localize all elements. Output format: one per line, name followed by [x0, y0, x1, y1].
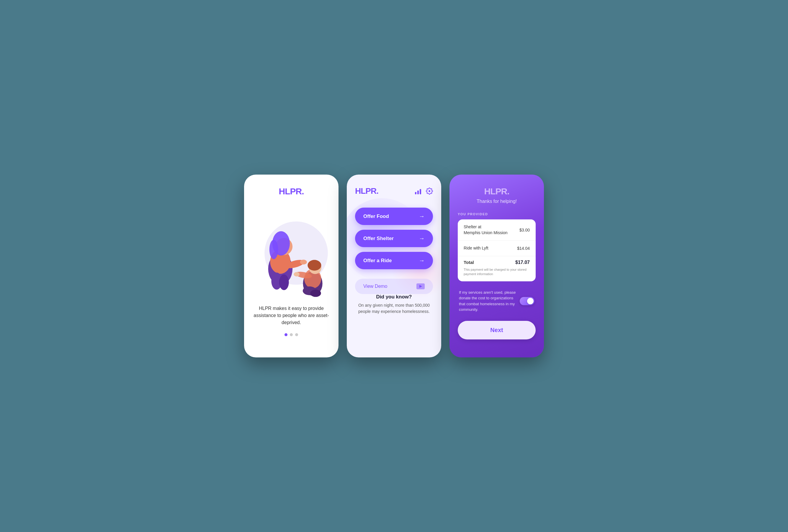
receipt-note: This payment will be charged to your sto… [458, 266, 536, 281]
phone-onboarding: HLPR. [244, 175, 338, 357]
offer-food-button[interactable]: Offer Food → [355, 208, 433, 225]
phone1-tagline: HLPR makes it easy to provide assistance… [252, 305, 330, 326]
next-button[interactable]: Next [458, 321, 536, 340]
dot-1 [284, 333, 288, 336]
offer-ride-arrow: → [419, 257, 425, 264]
svg-point-15 [294, 272, 299, 277]
video-icon [416, 283, 425, 289]
shelter-item-name: Shelter atMemphis Union Mission [464, 224, 508, 236]
fact-title: Did you know? [355, 294, 433, 300]
view-demo-button[interactable]: View Demo [355, 279, 433, 294]
dot-2 [290, 333, 293, 336]
receipt-row-lyft: Ride with Lyft $14.04 [458, 241, 536, 256]
phone1-logo: HLPR. [252, 186, 330, 197]
receipt-card: Shelter atMemphis Union Mission $3.00 Ri… [458, 219, 536, 281]
svg-point-17 [310, 290, 321, 297]
signal-icon [415, 188, 421, 195]
offer-shelter-button[interactable]: Offer Shelter → [355, 230, 433, 247]
page-dots [252, 333, 330, 336]
settings-icon[interactable] [426, 188, 433, 195]
phone3-subtitle: Thanks for helping! [458, 199, 536, 204]
receipt-row-shelter: Shelter atMemphis Union Mission $3.00 [458, 219, 536, 241]
svg-point-9 [279, 274, 289, 290]
you-provided-label: YOU PROVIDED [458, 212, 536, 216]
toggle-knob [527, 298, 534, 304]
lyft-item-name: Ride with Lyft [464, 245, 489, 251]
phone2-header: HLPR. [355, 186, 433, 196]
phone3-logo: HLPR. [458, 186, 536, 197]
lyft-item-price: $14.04 [517, 246, 530, 251]
svg-point-5 [270, 240, 278, 259]
phone2-icons [415, 188, 433, 195]
donate-toggle-row: If my services aren't used, please donat… [458, 290, 536, 313]
shelter-item-price: $3.00 [519, 228, 530, 232]
donate-toggle[interactable] [520, 297, 534, 305]
offer-buttons: Offer Food → Offer Shelter → Offer a Rid… [355, 208, 433, 269]
phones-container: HLPR. [244, 175, 544, 357]
phone2-logo: HLPR. [355, 186, 378, 196]
offer-ride-button[interactable]: Offer a Ride → [355, 252, 433, 269]
total-amount: $17.07 [515, 260, 530, 265]
phone1-illustration [252, 203, 330, 298]
total-label: Total [464, 260, 474, 265]
phone-receipt: HLPR. Thanks for helping! YOU PROVIDED S… [450, 175, 544, 357]
dot-3 [295, 333, 298, 336]
phone-menu: HLPR. Offer Food [347, 175, 441, 357]
offer-food-arrow: → [419, 213, 425, 220]
svg-point-7 [300, 260, 307, 265]
did-you-know-section: Did you know? On any given night, more t… [355, 294, 433, 315]
donate-toggle-text: If my services aren't used, please donat… [459, 290, 520, 313]
receipt-total-row: Total $17.07 [458, 256, 536, 266]
offer-shelter-arrow: → [419, 235, 425, 242]
svg-point-13 [308, 260, 321, 270]
fact-text: On any given night, more than 500,000 pe… [355, 302, 433, 315]
